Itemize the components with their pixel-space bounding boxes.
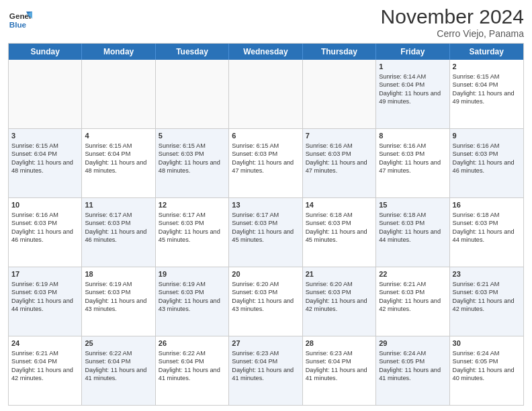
weekday-header-friday: Friday — [376, 44, 449, 60]
day-cell-10: 10Sunrise: 6:16 AM Sunset: 6:03 PM Dayli… — [9, 198, 82, 267]
svg-text:Blue: Blue — [9, 20, 27, 29]
day-info: Sunrise: 6:24 AM Sunset: 6:05 PM Dayligh… — [453, 350, 515, 381]
day-cell-1: 1Sunrise: 6:14 AM Sunset: 6:04 PM Daylig… — [376, 60, 449, 128]
day-number: 24 — [11, 338, 79, 349]
day-info: Sunrise: 6:16 AM Sunset: 6:03 PM Dayligh… — [379, 142, 441, 174]
day-info: Sunrise: 6:17 AM Sunset: 6:03 PM Dayligh… — [232, 212, 294, 243]
calendar-header: SundayMondayTuesdayWednesdayThursdayFrid… — [9, 44, 523, 60]
logo: General Blue — [8, 7, 32, 31]
logo-icon: General Blue — [8, 7, 32, 31]
day-info: Sunrise: 6:22 AM Sunset: 6:04 PM Dayligh… — [85, 350, 146, 381]
page: General Blue November 2024 Cerro Viejo, … — [0, 0, 532, 411]
day-cell-6: 6Sunrise: 6:15 AM Sunset: 6:03 PM Daylig… — [229, 129, 302, 197]
weekday-header-tuesday: Tuesday — [156, 44, 229, 60]
day-cell-16: 16Sunrise: 6:18 AM Sunset: 6:03 PM Dayli… — [450, 198, 523, 267]
day-cell-25: 25Sunrise: 6:22 AM Sunset: 6:04 PM Dayli… — [82, 336, 155, 405]
day-info: Sunrise: 6:24 AM Sunset: 6:05 PM Dayligh… — [379, 350, 441, 381]
day-number: 12 — [159, 200, 226, 210]
calendar-row-3: 10Sunrise: 6:16 AM Sunset: 6:03 PM Dayli… — [9, 197, 523, 267]
day-number: 6 — [232, 131, 299, 141]
day-cell-24: 24Sunrise: 6:21 AM Sunset: 6:04 PM Dayli… — [9, 336, 82, 405]
day-cell-5: 5Sunrise: 6:15 AM Sunset: 6:03 PM Daylig… — [156, 129, 229, 197]
day-number: 21 — [306, 269, 373, 279]
day-number: 23 — [453, 269, 521, 279]
calendar: SundayMondayTuesdayWednesdayThursdayFrid… — [8, 43, 524, 406]
weekday-header-monday: Monday — [82, 44, 155, 60]
day-number: 26 — [159, 338, 226, 349]
day-number: 17 — [11, 269, 79, 279]
weekday-header-sunday: Sunday — [9, 44, 82, 60]
day-cell-17: 17Sunrise: 6:19 AM Sunset: 6:03 PM Dayli… — [9, 267, 82, 336]
day-info: Sunrise: 6:15 AM Sunset: 6:03 PM Dayligh… — [232, 142, 294, 174]
calendar-row-1: 1Sunrise: 6:14 AM Sunset: 6:04 PM Daylig… — [9, 60, 523, 128]
day-info: Sunrise: 6:21 AM Sunset: 6:04 PM Dayligh… — [11, 350, 73, 381]
day-cell-20: 20Sunrise: 6:20 AM Sunset: 6:03 PM Dayli… — [229, 267, 302, 336]
day-info: Sunrise: 6:19 AM Sunset: 6:03 PM Dayligh… — [159, 281, 220, 312]
day-info: Sunrise: 6:15 AM Sunset: 6:04 PM Dayligh… — [85, 142, 146, 174]
location: Cerro Viejo, Panama — [381, 28, 524, 39]
day-info: Sunrise: 6:19 AM Sunset: 6:03 PM Dayligh… — [85, 281, 146, 312]
day-number: 28 — [306, 338, 373, 349]
day-cell-18: 18Sunrise: 6:19 AM Sunset: 6:03 PM Dayli… — [82, 267, 155, 336]
day-info: Sunrise: 6:23 AM Sunset: 6:04 PM Dayligh… — [232, 350, 294, 381]
day-info: Sunrise: 6:18 AM Sunset: 6:03 PM Dayligh… — [306, 212, 367, 243]
day-info: Sunrise: 6:18 AM Sunset: 6:03 PM Dayligh… — [379, 212, 441, 243]
day-cell-4: 4Sunrise: 6:15 AM Sunset: 6:04 PM Daylig… — [82, 129, 155, 197]
day-info: Sunrise: 6:16 AM Sunset: 6:03 PM Dayligh… — [306, 142, 367, 174]
day-cell-19: 19Sunrise: 6:19 AM Sunset: 6:03 PM Dayli… — [156, 267, 229, 336]
day-info: Sunrise: 6:19 AM Sunset: 6:03 PM Dayligh… — [11, 281, 73, 312]
day-info: Sunrise: 6:18 AM Sunset: 6:03 PM Dayligh… — [453, 212, 515, 243]
day-info: Sunrise: 6:21 AM Sunset: 6:03 PM Dayligh… — [453, 281, 515, 312]
day-info: Sunrise: 6:15 AM Sunset: 6:04 PM Dayligh… — [453, 73, 515, 105]
day-cell-12: 12Sunrise: 6:17 AM Sunset: 6:03 PM Dayli… — [156, 198, 229, 267]
day-info: Sunrise: 6:21 AM Sunset: 6:03 PM Dayligh… — [379, 281, 441, 312]
day-number: 20 — [232, 269, 299, 279]
day-number: 18 — [85, 269, 152, 279]
day-info: Sunrise: 6:22 AM Sunset: 6:04 PM Dayligh… — [159, 350, 220, 381]
empty-cell — [82, 60, 155, 128]
day-cell-11: 11Sunrise: 6:17 AM Sunset: 6:03 PM Dayli… — [82, 198, 155, 267]
day-number: 15 — [379, 200, 446, 210]
day-number: 29 — [379, 338, 446, 349]
day-cell-14: 14Sunrise: 6:18 AM Sunset: 6:03 PM Dayli… — [303, 198, 376, 267]
empty-cell — [9, 60, 82, 128]
day-info: Sunrise: 6:20 AM Sunset: 6:03 PM Dayligh… — [232, 281, 294, 312]
day-cell-15: 15Sunrise: 6:18 AM Sunset: 6:03 PM Dayli… — [376, 198, 449, 267]
month-title: November 2024 — [381, 7, 524, 27]
day-number: 22 — [379, 269, 446, 279]
day-cell-21: 21Sunrise: 6:20 AM Sunset: 6:03 PM Dayli… — [303, 267, 376, 336]
day-cell-8: 8Sunrise: 6:16 AM Sunset: 6:03 PM Daylig… — [376, 129, 449, 197]
day-cell-23: 23Sunrise: 6:21 AM Sunset: 6:03 PM Dayli… — [450, 267, 523, 336]
day-number: 3 — [11, 131, 79, 141]
day-info: Sunrise: 6:16 AM Sunset: 6:03 PM Dayligh… — [11, 212, 73, 243]
day-number: 1 — [379, 62, 446, 72]
day-info: Sunrise: 6:17 AM Sunset: 6:03 PM Dayligh… — [159, 212, 220, 243]
calendar-row-2: 3Sunrise: 6:15 AM Sunset: 6:04 PM Daylig… — [9, 128, 523, 197]
empty-cell — [156, 60, 229, 128]
day-number: 25 — [85, 338, 152, 349]
day-cell-30: 30Sunrise: 6:24 AM Sunset: 6:05 PM Dayli… — [450, 336, 523, 405]
day-number: 14 — [306, 200, 373, 210]
weekday-header-saturday: Saturday — [450, 44, 523, 60]
day-info: Sunrise: 6:17 AM Sunset: 6:03 PM Dayligh… — [85, 212, 146, 243]
day-number: 19 — [159, 269, 226, 279]
day-number: 9 — [453, 131, 521, 141]
empty-cell — [229, 60, 302, 128]
day-number: 8 — [379, 131, 446, 141]
day-cell-29: 29Sunrise: 6:24 AM Sunset: 6:05 PM Dayli… — [376, 336, 449, 405]
day-info: Sunrise: 6:15 AM Sunset: 6:04 PM Dayligh… — [11, 142, 73, 174]
day-info: Sunrise: 6:15 AM Sunset: 6:03 PM Dayligh… — [159, 142, 220, 174]
day-cell-26: 26Sunrise: 6:22 AM Sunset: 6:04 PM Dayli… — [156, 336, 229, 405]
day-info: Sunrise: 6:14 AM Sunset: 6:04 PM Dayligh… — [379, 73, 441, 105]
day-cell-27: 27Sunrise: 6:23 AM Sunset: 6:04 PM Dayli… — [229, 336, 302, 405]
empty-cell — [303, 60, 376, 128]
day-number: 16 — [453, 200, 521, 210]
day-cell-3: 3Sunrise: 6:15 AM Sunset: 6:04 PM Daylig… — [9, 129, 82, 197]
day-number: 27 — [232, 338, 299, 349]
day-number: 10 — [11, 200, 79, 210]
calendar-row-4: 17Sunrise: 6:19 AM Sunset: 6:03 PM Dayli… — [9, 267, 523, 336]
day-number: 11 — [85, 200, 152, 210]
calendar-row-5: 24Sunrise: 6:21 AM Sunset: 6:04 PM Dayli… — [9, 336, 523, 405]
day-cell-2: 2Sunrise: 6:15 AM Sunset: 6:04 PM Daylig… — [450, 60, 523, 128]
day-cell-9: 9Sunrise: 6:16 AM Sunset: 6:03 PM Daylig… — [450, 129, 523, 197]
